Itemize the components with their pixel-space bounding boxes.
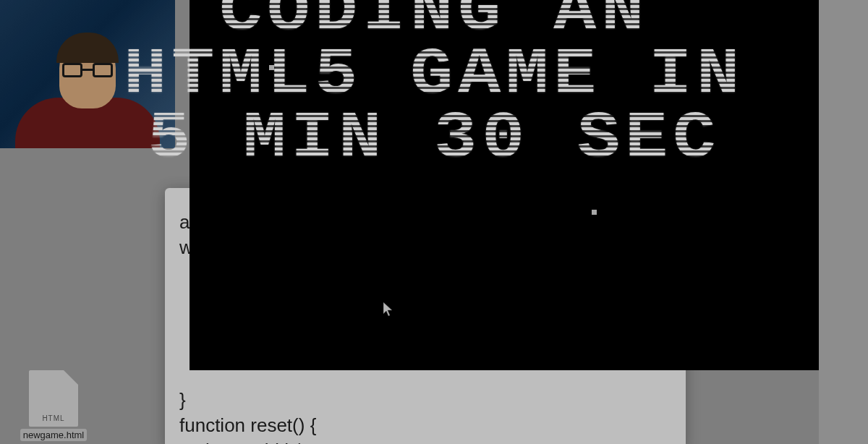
game-pixel xyxy=(269,65,274,70)
desktop-file-icon[interactable]: HTML newgame.html xyxy=(19,370,88,441)
mouse-cursor-icon xyxy=(383,302,393,320)
game-canvas[interactable] xyxy=(190,0,819,370)
game-pixel xyxy=(592,210,597,215)
webcam-feed xyxy=(0,0,175,148)
html-file-icon: HTML xyxy=(29,370,78,427)
file-name-label: newgame.html xyxy=(20,429,88,441)
right-panel-strip xyxy=(819,0,868,444)
presenter-avatar xyxy=(22,33,153,148)
file-type-label: HTML xyxy=(29,414,78,422)
